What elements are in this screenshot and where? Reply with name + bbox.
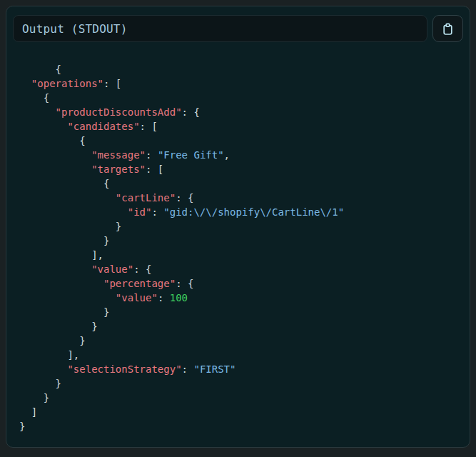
code-line: "value": 100 [19,291,461,305]
code-line: { [19,176,461,191]
output-panel: Output (STDOUT) { "operations": [ { "pro… [6,6,470,448]
code-line: } [19,391,461,405]
code-line: } [19,305,461,319]
code-line: "cartLine": { [19,191,461,205]
code-line: } [19,319,461,333]
code-line: } [19,376,461,391]
code-line: "message": "Free Gift", [19,148,461,162]
code-line: { [19,134,461,148]
code-line: "productDiscountsAdd": { [19,105,461,119]
code-line: "value": { [19,262,461,276]
code-line: } [19,233,461,248]
code-line: "id": "gid:\/\/shopify\/CartLine\/1" [19,205,461,219]
code-line: { [19,91,461,105]
code-line: } [19,333,461,348]
code-line: "targets": [ [19,162,461,176]
clipboard-icon [440,21,455,36]
code-line: "operations": [ [19,76,461,91]
code-line: "selectionStrategy": "FIRST" [19,362,461,376]
stdout-code: { "operations": [ { "productDiscountsAdd… [6,42,470,448]
code-line: "percentage": { [19,276,461,291]
code-line: } [19,419,461,433]
copy-button[interactable] [432,15,463,42]
code-line: "candidates": [ [19,119,461,134]
output-header: Output (STDOUT) [6,6,470,42]
code-line: ], [19,348,461,362]
code-line: } [19,219,461,233]
output-title-box: Output (STDOUT) [13,15,427,42]
code-line: { [19,62,461,76]
output-title: Output (STDOUT) [22,22,128,36]
code-line: ] [19,405,461,419]
code-line: ], [19,248,461,262]
